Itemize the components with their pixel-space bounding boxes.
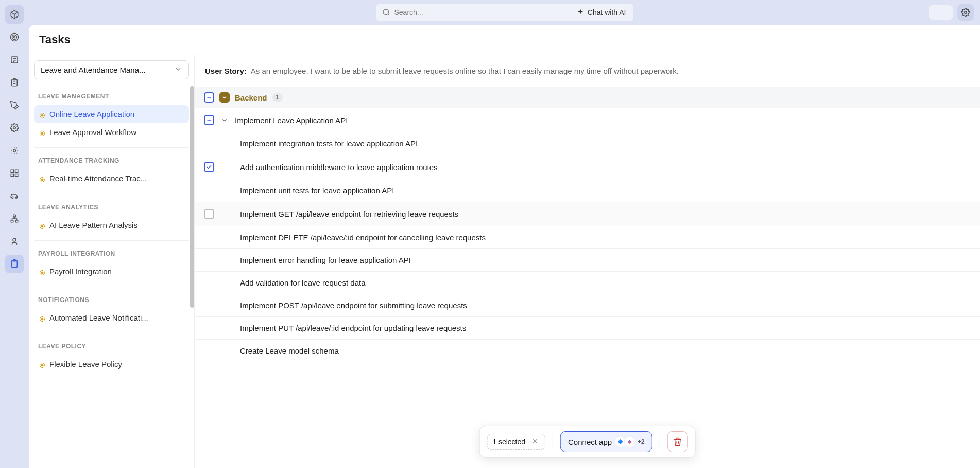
- svg-point-12: [13, 127, 16, 129]
- nav-car-icon[interactable]: [5, 187, 24, 205]
- selection-toolbar: 1 selected Connect app +2: [479, 426, 696, 458]
- radio-icon: [39, 315, 45, 321]
- sidebar-item[interactable]: Automated Leave Notificati...: [34, 309, 189, 327]
- sidebar-item[interactable]: AI Leave Pattern Analysis: [34, 216, 189, 234]
- svg-point-18: [12, 197, 13, 198]
- chat-ai-label: Chat with AI: [588, 8, 626, 16]
- sidebar-item[interactable]: Real-time Attendance Trac...: [34, 170, 189, 188]
- task-title: Implement POST /api/leave endpoint for s…: [240, 301, 971, 310]
- nav-user-icon[interactable]: [5, 232, 24, 250]
- selected-chip: 1 selected: [487, 434, 545, 450]
- task-row[interactable]: Implement GET /api/leave endpoint for re…: [195, 202, 980, 226]
- task-title: Implement DELETE /api/leave/:id endpoint…: [240, 233, 971, 242]
- nav-bug-icon[interactable]: [5, 141, 24, 160]
- task-row[interactable]: Implement error handling for leave appli…: [195, 249, 980, 272]
- topbar: Chat with AI: [29, 0, 980, 25]
- svg-point-23: [13, 238, 16, 241]
- nav-gear-icon[interactable]: [5, 119, 24, 137]
- sidebar-item-label: Flexible Leave Policy: [49, 360, 122, 369]
- more-apps-count: +2: [638, 438, 645, 445]
- nav-tasks-icon[interactable]: [5, 255, 24, 273]
- task-row[interactable]: Implement PUT /api/leave/:id endpoint fo…: [195, 317, 980, 340]
- user-story-text: As an employee, I want to be able to sub…: [251, 66, 679, 75]
- sidebar-item-label: Payroll Integration: [49, 267, 112, 276]
- svg-point-36: [41, 225, 43, 227]
- sidebar-item[interactable]: Online Leave Application: [34, 105, 189, 123]
- app-icons: +2: [617, 436, 645, 447]
- radio-icon: [39, 361, 45, 367]
- sidebar-item-label: Online Leave Application: [49, 110, 134, 119]
- connect-app-label: Connect app: [568, 438, 612, 446]
- nav-org-icon[interactable]: [5, 209, 24, 228]
- section-title: Backend: [235, 93, 267, 102]
- task-title: Add validation for leave request data: [240, 278, 971, 287]
- expand-icon[interactable]: [219, 115, 230, 125]
- search-input[interactable]: [394, 8, 562, 16]
- radio-icon: [39, 176, 45, 182]
- task-row[interactable]: Implement POST /api/leave endpoint for s…: [195, 294, 980, 317]
- svg-line-27: [388, 14, 389, 15]
- sidebar-group-label: LEAVE MANAGEMENT: [34, 83, 189, 105]
- project-selector[interactable]: Leave and Attendance Mana...: [34, 60, 189, 79]
- svg-point-3: [14, 37, 15, 38]
- svg-rect-21: [11, 220, 13, 222]
- task-title: Implement integration tests for leave ap…: [240, 139, 971, 148]
- sidebar-item[interactable]: Leave Approval Workflow: [34, 123, 189, 141]
- theme-toggle[interactable]: [929, 5, 953, 20]
- page-header: Tasks: [29, 25, 980, 55]
- radio-icon: [39, 111, 45, 118]
- svg-point-40: [41, 318, 43, 320]
- svg-point-13: [13, 149, 16, 152]
- nav-rail: [0, 0, 29, 468]
- task-title: Implement PUT /api/leave/:id endpoint fo…: [240, 324, 971, 332]
- clear-selection-button[interactable]: [530, 438, 540, 446]
- svg-rect-20: [13, 215, 16, 217]
- task-row[interactable]: Create Leave model schema: [195, 340, 980, 362]
- connect-app-button[interactable]: Connect app +2: [560, 431, 652, 452]
- radio-icon: [39, 129, 45, 136]
- task-title: Implement Leave Application API: [235, 116, 971, 125]
- svg-point-26: [383, 9, 389, 15]
- task-checkbox[interactable]: [204, 162, 214, 172]
- sidebar: Leave and Attendance Mana... LEAVE MANAG…: [29, 55, 195, 468]
- svg-rect-16: [11, 174, 13, 177]
- task-checkbox[interactable]: [204, 209, 214, 219]
- section-checkbox[interactable]: [204, 92, 214, 103]
- selected-count-label: 1 selected: [492, 438, 525, 446]
- sidebar-item-label: Leave Approval Workflow: [49, 128, 136, 137]
- page-title: Tasks: [39, 33, 970, 46]
- sidebar-item[interactable]: Payroll Integration: [34, 262, 189, 280]
- task-checkbox[interactable]: [204, 115, 214, 125]
- delete-button[interactable]: [667, 431, 688, 452]
- task-row[interactable]: Implement unit tests for leave applicati…: [195, 179, 980, 202]
- nav-target-icon[interactable]: [5, 28, 24, 46]
- task-row[interactable]: Add validation for leave request data: [195, 272, 980, 294]
- sidebar-item[interactable]: Flexible Leave Policy: [34, 355, 189, 373]
- sidebar-item-label: Automated Leave Notificati...: [49, 313, 148, 322]
- nav-grid-icon[interactable]: [5, 164, 24, 182]
- nav-list-icon[interactable]: [5, 51, 24, 69]
- sidebar-group-label: NOTIFICATIONS: [34, 287, 189, 309]
- search-box[interactable]: [376, 8, 569, 16]
- chat-ai-button[interactable]: Chat with AI: [569, 4, 633, 21]
- nav-pen-icon[interactable]: [5, 96, 24, 114]
- sparkle-icon: [576, 8, 584, 16]
- task-row[interactable]: Add authentication middleware to leave a…: [195, 155, 980, 179]
- section-collapse-icon[interactable]: [219, 92, 230, 103]
- user-story-label: User Story:: [205, 66, 247, 75]
- clickup-icon: [624, 436, 635, 447]
- nav-cube-icon[interactable]: [5, 5, 24, 24]
- task-title: Implement GET /api/leave endpoint for re…: [240, 210, 971, 219]
- chevron-down-icon: [174, 65, 182, 75]
- search-icon: [382, 8, 390, 16]
- sidebar-group-label: LEAVE POLICY: [34, 333, 189, 355]
- task-row[interactable]: Implement Leave Application API: [195, 108, 980, 132]
- svg-point-38: [41, 272, 43, 274]
- radio-icon: [39, 222, 45, 228]
- task-row[interactable]: Implement integration tests for leave ap…: [195, 132, 980, 155]
- scrollbar[interactable]: [190, 86, 194, 308]
- nav-clipboard-icon[interactable]: [5, 73, 24, 92]
- settings-button[interactable]: [957, 4, 974, 21]
- task-row[interactable]: Implement DELETE /api/leave/:id endpoint…: [195, 226, 980, 249]
- project-selector-label: Leave and Attendance Mana...: [41, 65, 146, 74]
